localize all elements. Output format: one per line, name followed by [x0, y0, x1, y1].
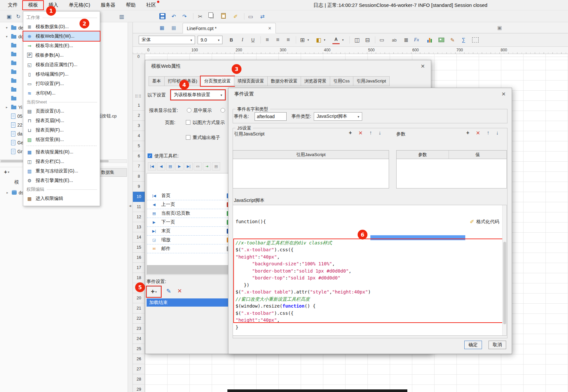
- display-position-radio-center[interactable]: [187, 108, 191, 113]
- row-header-26[interactable]: 26: [133, 354, 145, 364]
- tree-item-label-fragment[interactable]: 面按钮.cp: [98, 112, 117, 120]
- row-header-4[interactable]: 4: [133, 131, 145, 141]
- tab-fill-page[interactable]: 填报页面设置: [234, 76, 268, 86]
- menu-item-page-setup[interactable]: ▤页面设置(U)...: [23, 106, 100, 116]
- image-icon[interactable]: [437, 36, 446, 44]
- document-tab-active[interactable]: LineForm.cpt * ✕: [183, 23, 276, 33]
- use-toolbar-label[interactable]: 使用工具栏:: [154, 153, 179, 159]
- menu-item-template-web-attr[interactable]: ⊕模板Web属性(W)...: [23, 31, 100, 41]
- comment-icon[interactable]: ▭: [247, 12, 255, 20]
- chart-icon[interactable]: [425, 36, 434, 44]
- text-style-icon[interactable]: ab: [390, 36, 399, 44]
- row-header-2[interactable]: 2: [133, 111, 145, 121]
- row-header-6[interactable]: 6: [133, 151, 145, 161]
- first-page-icon[interactable]: |◀: [148, 162, 156, 170]
- row-header-5[interactable]: 5: [133, 141, 145, 151]
- scrollbar-thumb[interactable]: [503, 242, 506, 324]
- tab-page-preview[interactable]: 分页预览设置: [201, 76, 234, 86]
- close-icon[interactable]: ✕: [502, 91, 506, 97]
- view-split-icon[interactable]: ▦: [171, 25, 176, 31]
- collapse-arrow-icon[interactable]: ◀: [129, 204, 131, 207]
- display-position-option-label[interactable]: 居中展示: [193, 108, 212, 114]
- font-size-select[interactable]: 9.0 ▾: [198, 36, 222, 44]
- row-header-20[interactable]: 20: [133, 293, 145, 303]
- row-header-25[interactable]: 25: [133, 344, 145, 354]
- tab-basic[interactable]: 基本: [149, 76, 165, 86]
- align-left-icon[interactable]: ≡: [263, 36, 272, 44]
- menu-item-report-columns[interactable]: ◫报表分栏(C)...: [23, 157, 100, 166]
- row-header-1[interactable]: 1: [133, 100, 145, 111]
- add-icon[interactable]: +: [349, 130, 352, 136]
- cut-icon[interactable]: ✂: [196, 12, 204, 20]
- use-toolbar-checkbox[interactable]: ✓: [148, 153, 152, 158]
- row-header-9[interactable]: 9: [133, 182, 145, 192]
- scope-select[interactable]: 为该模板单独设置 ▾: [171, 90, 225, 100]
- next-page-icon[interactable]: ▶: [175, 162, 184, 170]
- row-header-14[interactable]: 14: [133, 232, 145, 242]
- prev-page-icon[interactable]: ◀: [157, 162, 165, 170]
- formula-icon[interactable]: Fx: [412, 36, 421, 44]
- event-type-select[interactable]: JavaScript脚本 ▾: [314, 112, 362, 121]
- strict-output-checkbox[interactable]: [186, 135, 190, 140]
- menu-item-template-export-attr[interactable]: ⇒模板导出属性(E)...: [23, 41, 100, 50]
- row-header-16[interactable]: 16: [133, 253, 145, 263]
- fill-color-icon[interactable]: ◧: [315, 36, 323, 44]
- chevron-down-icon[interactable]: ▾: [8, 170, 9, 174]
- row-header-29[interactable]: 29: [133, 384, 145, 392]
- line-style-icon[interactable]: ≣: [402, 36, 410, 44]
- page-image-checkbox[interactable]: [186, 120, 190, 125]
- align-center-icon[interactable]: ≡: [274, 36, 282, 44]
- menu-item-mobile-attr[interactable]: ▯移动端属性(P)...: [23, 69, 100, 79]
- row-header-12[interactable]: 12: [133, 212, 145, 222]
- delete-param-icon[interactable]: ✕: [476, 130, 480, 136]
- cell-size-icon[interactable]: ▭: [378, 36, 386, 44]
- ok-button[interactable]: 确定: [464, 341, 482, 349]
- params-table[interactable]: 参数 值: [396, 150, 507, 188]
- chevron-down-icon[interactable]: ▾: [341, 36, 345, 44]
- format-painter-icon[interactable]: ✐: [232, 12, 240, 20]
- menubar-item-cell[interactable]: 单元格(C): [63, 1, 96, 9]
- view-grid-icon[interactable]: ▦: [160, 25, 164, 31]
- add-event-button[interactable]: + ▾: [147, 286, 161, 297]
- menu-item-report-footer[interactable]: ⊔报表页脚(F)...: [23, 125, 100, 135]
- move-down-icon[interactable]: ↓: [379, 130, 381, 136]
- menu-item-paper-background[interactable]: ▨纸张背景(B)...: [23, 135, 100, 144]
- template-dataset-tab[interactable]: 数据集: [98, 168, 127, 177]
- row-header-22[interactable]: 22: [133, 313, 145, 324]
- tab-data-analysis[interactable]: 数据分析设置: [267, 76, 301, 86]
- menubar-item-help[interactable]: 帮助: [121, 1, 141, 9]
- param-up-icon[interactable]: ↑: [487, 130, 489, 136]
- delete-event-icon[interactable]: ✕: [177, 288, 182, 294]
- italic-button[interactable]: I: [238, 36, 247, 44]
- panel-pin-icon[interactable]: ▥: [118, 12, 126, 20]
- menu-item-report-engine[interactable]: ⚙报表引擎属性(E)...: [23, 176, 100, 185]
- bold-button[interactable]: B: [227, 36, 236, 44]
- print-icon[interactable]: ▭: [194, 162, 202, 170]
- row-header-18[interactable]: 18: [133, 273, 145, 283]
- menu-item-print-settings[interactable]: ▭打印设置(P)...: [23, 79, 100, 88]
- row-header-21[interactable]: 21: [133, 303, 145, 313]
- font-family-select[interactable]: 宋体 ▾: [139, 36, 195, 44]
- selection-box-icon[interactable]: [471, 36, 480, 44]
- row-header-24[interactable]: 24: [133, 334, 145, 344]
- row-header-8[interactable]: 8: [133, 171, 145, 182]
- paste-icon[interactable]: [221, 13, 226, 19]
- dialog-titlebar[interactable]: 事件设置 ✕: [228, 88, 512, 100]
- menu-item-template-adaptive[interactable]: ◱模板自适应属性(T)...: [23, 60, 100, 69]
- dialog-titlebar[interactable]: 模板Web属性 ✕: [145, 60, 431, 72]
- cancel-button[interactable]: 取消: [488, 341, 506, 349]
- move-up-icon[interactable]: ↑: [369, 130, 372, 136]
- font-color-icon[interactable]: A: [332, 36, 340, 44]
- strict-output-label[interactable]: 重式输出格子: [193, 135, 220, 141]
- align-right-icon[interactable]: ≡: [284, 36, 293, 44]
- row-header-28[interactable]: 28: [133, 374, 145, 384]
- row-header-10[interactable]: 10: [133, 192, 145, 202]
- close-icon[interactable]: ✕: [421, 63, 425, 69]
- tab-browser-background[interactable]: 浏览器背景: [301, 76, 330, 86]
- last-page-icon[interactable]: ▶|: [185, 162, 193, 170]
- save-icon[interactable]: [159, 13, 166, 19]
- row-header-15[interactable]: 15: [133, 242, 145, 253]
- merge-cells-icon[interactable]: ◫: [353, 36, 361, 44]
- delete-icon[interactable]: ✕: [358, 130, 363, 136]
- tab-ref-js[interactable]: 引用JavaScript: [353, 76, 390, 86]
